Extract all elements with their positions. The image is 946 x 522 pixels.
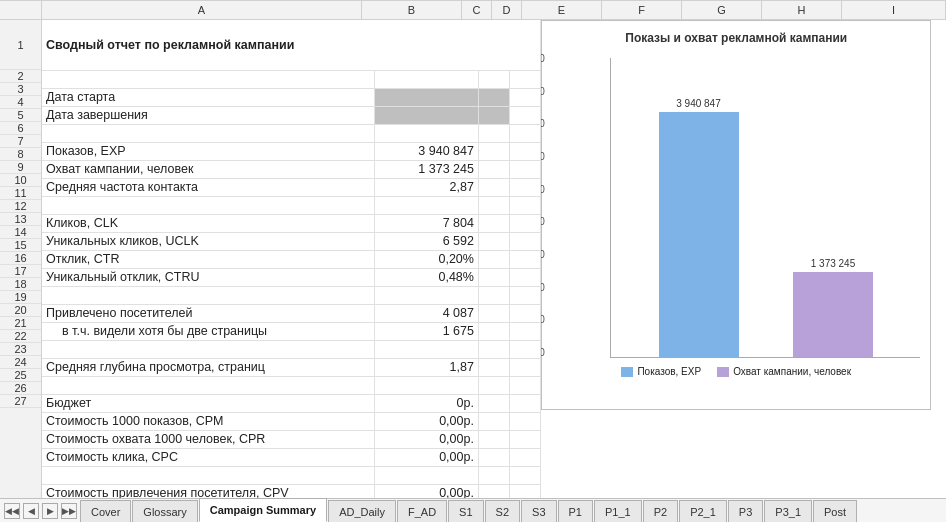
tab-nav-prev[interactable]: ◀ (23, 503, 39, 519)
tab-bar: ◀◀ ◀ ▶ ▶▶ CoverGlossaryCampaign SummaryA… (0, 498, 946, 522)
cell-5c (478, 124, 509, 142)
cell-9b (375, 196, 479, 214)
cell-13c (478, 268, 509, 286)
cell-10d (510, 214, 541, 232)
y-label: 3 500 000 (541, 282, 545, 293)
cell-17a (42, 340, 375, 358)
tab-p2[interactable]: P2 (643, 500, 678, 522)
cell-15d (510, 304, 541, 322)
cell-19b (375, 376, 479, 394)
tab-campaign-summary[interactable]: Campaign Summary (199, 498, 327, 522)
cell-16c (478, 322, 509, 340)
row-num-19: 19 (0, 291, 41, 304)
cell-16d (510, 322, 541, 340)
tab-s2[interactable]: S2 (485, 500, 520, 522)
tab-p1_1[interactable]: P1_1 (594, 500, 642, 522)
y-label: 2 000 000 (541, 184, 545, 195)
legend-color-purple (717, 367, 729, 377)
col-header-i: I (842, 1, 946, 19)
row-num-25: 25 (0, 369, 41, 382)
row-num-17: 17 (0, 265, 41, 278)
tab-p3_1[interactable]: P3_1 (764, 500, 812, 522)
tab-cover[interactable]: Cover (80, 500, 131, 522)
cell-22b: 0,00р. (375, 430, 479, 448)
cell-23a: Стоимость клика, CPC (42, 448, 375, 466)
row-num-5: 5 (0, 109, 41, 122)
row-num-6: 6 (0, 122, 41, 135)
cell-4b (375, 106, 479, 124)
cell-8c (478, 178, 509, 196)
cell-14b (375, 286, 479, 304)
row-num-1: 1 (0, 20, 41, 70)
tab-p2_1[interactable]: P2_1 (679, 500, 727, 522)
cell-21b: 0,00р. (375, 412, 479, 430)
y-label: 500 000 (541, 86, 545, 97)
cell-18c (478, 358, 509, 376)
row-num-10: 10 (0, 174, 41, 187)
tab-glossary[interactable]: Glossary (132, 500, 197, 522)
col-header-c: C (462, 1, 492, 19)
tab-p3[interactable]: P3 (728, 500, 763, 522)
chart-bars: 3 940 8471 373 245 (610, 58, 920, 358)
cells-area: Сводный отчет по рекламной кампании Пока… (42, 20, 946, 498)
legend-label-1: Показов, EXP (637, 366, 701, 377)
row-num-21: 21 (0, 317, 41, 330)
cell-3a: Дата старта (42, 88, 375, 106)
cell-22c (478, 430, 509, 448)
cell-23d (510, 448, 541, 466)
bar-label-2: 1 373 245 (811, 258, 856, 269)
tab-nav-next[interactable]: ▶ (42, 503, 58, 519)
cell-3d (510, 88, 541, 106)
cell-10a: Кликов, CLK (42, 214, 375, 232)
cell-18a: Средняя глубина просмотра, страниц (42, 358, 375, 376)
cell-14d (510, 286, 541, 304)
cell-8a: Средняя частота контакта (42, 178, 375, 196)
row-num-2: 2 (0, 70, 41, 83)
bar-group-1: 3 940 847 (631, 98, 766, 357)
y-label: 0 (541, 53, 545, 64)
row-num-13: 13 (0, 213, 41, 226)
cell-4a: Дата завершения (42, 106, 375, 124)
cell-24a (42, 466, 375, 484)
y-label: 1 500 000 (541, 151, 545, 162)
cell-2d (510, 70, 541, 88)
tab-nav-last[interactable]: ▶▶ (61, 503, 77, 519)
tab-s1[interactable]: S1 (448, 500, 483, 522)
row-headers: 1 2 3 4 5 6 7 8 9 10 11 12 13 14 15 16 1… (0, 20, 42, 498)
cell-9a (42, 196, 375, 214)
cell-6b: 3 940 847 (375, 142, 479, 160)
cell-13a: Уникальный отклик, CTRU (42, 268, 375, 286)
row-num-16: 16 (0, 252, 41, 265)
row-num-24: 24 (0, 356, 41, 369)
cell-13b: 0,48% (375, 268, 479, 286)
tab-f_ad[interactable]: F_AD (397, 500, 447, 522)
tab-p1[interactable]: P1 (558, 500, 593, 522)
cell-19c (478, 376, 509, 394)
legend-label-2: Охват кампании, человек (733, 366, 851, 377)
col-header-a: A (42, 1, 362, 19)
row-num-18: 18 (0, 278, 41, 291)
cell-10c (478, 214, 509, 232)
y-label: 2 500 000 (541, 216, 545, 227)
cell-15b: 4 087 (375, 304, 479, 322)
y-label: 4 500 000 (541, 347, 545, 358)
cell-8d (510, 178, 541, 196)
cell-25b: 0,00р. (375, 484, 479, 498)
row-num-3: 3 (0, 83, 41, 96)
cell-7a: Охват кампании, человек (42, 160, 375, 178)
cell-17b (375, 340, 479, 358)
cell-9d (510, 196, 541, 214)
row-num-9: 9 (0, 161, 41, 174)
y-axis-labels: 4 500 0004 000 0003 500 0003 000 0002 50… (541, 53, 545, 358)
cell-2c (478, 70, 509, 88)
corner-cell (0, 1, 42, 19)
bar-2 (793, 272, 873, 357)
grid-area: 1 2 3 4 5 6 7 8 9 10 11 12 13 14 15 16 1… (0, 20, 946, 498)
tab-nav-first[interactable]: ◀◀ (4, 503, 20, 519)
tab-post[interactable]: Post (813, 500, 857, 522)
tab-ad_daily[interactable]: AD_Daily (328, 500, 396, 522)
tab-s3[interactable]: S3 (521, 500, 556, 522)
cell-14a (42, 286, 375, 304)
col-header-g: G (682, 1, 762, 19)
cell-7c (478, 160, 509, 178)
